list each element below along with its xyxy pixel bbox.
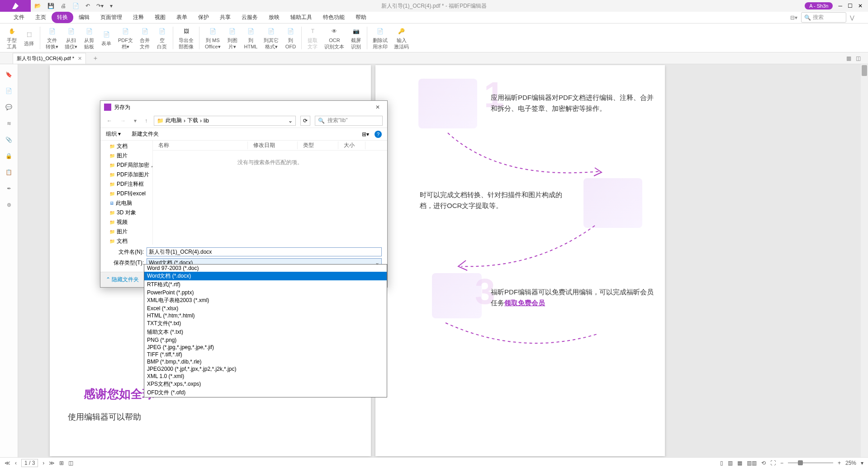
tree-node[interactable]: 📁3D 对象 (100, 208, 152, 217)
filetype-option[interactable]: Excel (*.xlsx) (144, 305, 387, 312)
tree-node[interactable]: 📁PDF注释框 (100, 180, 152, 189)
ribbon-to-html[interactable]: 📄到 HTML (242, 25, 261, 50)
filetype-dropdown[interactable]: Word 97-2003 (*.doc)Word文档 (*.docx)RTF格式… (144, 264, 387, 397)
tree-node[interactable]: 📁PDF添加图片 (100, 170, 152, 180)
tree-node[interactable]: 🖥此电脑 (100, 199, 152, 208)
zoom-out-icon[interactable]: − (780, 460, 783, 466)
col-type[interactable]: 类型 (298, 142, 338, 149)
hide-folders-toggle[interactable]: ⌃ 隐藏文件夹 (106, 276, 139, 284)
ribbon-collapse-icon[interactable]: ⋁ (850, 14, 854, 21)
menu-云服务[interactable]: 云服务 (236, 12, 263, 23)
ribbon-screenshot-ocr[interactable]: 📷截屏 识别 (348, 25, 364, 50)
zoom-slider[interactable] (788, 462, 833, 463)
refresh-icon[interactable]: ⟳ (300, 116, 310, 126)
sidebar-security-icon[interactable]: 🔒 (5, 153, 12, 159)
col-name[interactable]: 名称 (153, 142, 248, 149)
menu-视图[interactable]: 视图 (149, 12, 171, 23)
ribbon-to-ofd[interactable]: 📄到 OFD (282, 25, 299, 50)
ribbon-remove-trial-watermark[interactable]: 📄删除试 用水印 (370, 25, 390, 50)
view-mode-icon[interactable]: ⊞▾ (362, 131, 369, 137)
qat-blank-icon[interactable]: 📄 (72, 3, 79, 9)
menu-注释[interactable]: 注释 (128, 12, 149, 23)
close-icon[interactable]: ✕ (858, 3, 863, 9)
view-grid-icon[interactable]: ▦ (846, 55, 851, 61)
menu-页面管理[interactable]: 页面管理 (95, 12, 128, 23)
ribbon-form[interactable]: 📄表单 (98, 28, 114, 47)
filetype-option[interactable]: JPEG2000 (*.jpf,*.jpx,*.jp2,*.j2k,*.jpc) (144, 365, 387, 373)
filename-input[interactable] (147, 247, 382, 256)
qat-print-icon[interactable]: 🖨 (61, 3, 66, 9)
tree-node[interactable]: 📁图片 (100, 151, 152, 161)
qat-open-icon[interactable]: 📂 (34, 3, 41, 9)
next-page-icon[interactable]: › (43, 460, 44, 466)
filetype-option[interactable]: XML电子表格2003 (*.xml) (144, 296, 387, 305)
menu-保护[interactable]: 保护 (193, 12, 214, 23)
breadcrumb-seg[interactable]: lib (204, 118, 209, 124)
ribbon-activate[interactable]: 🔑输入 激活码 (391, 25, 412, 50)
rotate-icon[interactable]: ⟲ (761, 460, 766, 466)
user-badge[interactable]: A - Sh3n (805, 2, 833, 9)
view-facing-icon[interactable]: ▦ (737, 460, 742, 466)
view-continuous-icon[interactable]: ▥ (728, 460, 733, 466)
menu-文件[interactable]: 文件 (8, 12, 30, 23)
filetype-option[interactable]: 辅助文本 (*.txt) (144, 328, 387, 336)
breadcrumb-bar[interactable]: 📁 此电脑› 下载› lib ⌄ (154, 116, 296, 126)
ribbon-select[interactable]: ⬚选择 (21, 28, 37, 47)
filetype-option[interactable]: BMP (*.bmp,*.dib,*.rle) (144, 358, 387, 365)
search-box[interactable]: 🔍 搜索 (801, 12, 846, 23)
view-single-icon[interactable]: ▯ (720, 460, 723, 466)
first-page-icon[interactable]: ≪ (5, 460, 10, 466)
tree-node[interactable]: 📁图片 (100, 227, 152, 236)
zoom-dropdown-icon[interactable]: ▾ (861, 460, 863, 466)
ribbon-ocr[interactable]: 👁OCR 识别文本 (322, 25, 347, 50)
ribbon-to-other[interactable]: 📄到其它 格式▾ (261, 25, 281, 50)
filetype-option[interactable]: PowerPoint (*.pptx) (144, 289, 387, 296)
breadcrumb-dropdown-icon[interactable]: ⌄ (288, 118, 293, 124)
reading-mode-icon[interactable]: ◫ (68, 460, 73, 466)
filetype-option[interactable]: RTF格式(*.rtf) (144, 280, 387, 289)
reflow-icon[interactable]: ⊞ (59, 460, 64, 466)
nav-history-icon[interactable]: ▾ (132, 117, 138, 125)
fit-icon[interactable]: ⛶ (770, 460, 776, 466)
tree-node[interactable]: 📁文档 (100, 236, 152, 245)
dialog-titlebar[interactable]: 另存为 ✕ (100, 101, 387, 113)
qat-more-icon[interactable]: ▾ (110, 3, 113, 9)
menu-dropdown-icon[interactable]: ⊟▾ (790, 14, 797, 21)
menu-共享[interactable]: 共享 (214, 12, 236, 23)
tree-node[interactable]: 📁PDF转excel (100, 189, 152, 199)
breadcrumb-seg[interactable]: 下载 (187, 117, 198, 124)
page-indicator[interactable]: 1 / 3 (21, 459, 38, 467)
nav-up-icon[interactable]: ↑ (143, 117, 149, 125)
file-list[interactable]: 名称 修改日期 类型 大小 没有与搜索条件匹配的项。 (153, 141, 387, 245)
filetype-option[interactable]: HTML (*.htm;*.html) (144, 312, 387, 319)
tree-node[interactable]: 📁视频 (100, 217, 152, 227)
folder-tree[interactable]: 📁文档📁图片📁PDF局部加密，F📁PDF添加图片📁PDF注释框📁PDF转exce… (100, 141, 153, 245)
dialog-close-icon[interactable]: ✕ (372, 103, 384, 111)
ribbon-pdf-file[interactable]: 📄PDF文 档▾ (115, 25, 136, 50)
sidebar-layers-icon[interactable]: ≋ (7, 120, 11, 127)
sidebar-comment-icon[interactable]: 💬 (5, 104, 12, 110)
filetype-option[interactable]: Word 97-2003 (*.doc) (144, 265, 387, 272)
filetype-option[interactable]: XPS文档(*.xps,*.oxps) (144, 380, 387, 388)
ribbon-from-scanner[interactable]: 📄从扫 描仪▾ (62, 25, 80, 50)
tree-node[interactable]: 📁文档 (100, 142, 152, 151)
filetype-option[interactable]: TXT文件(*.txt) (144, 319, 387, 328)
sidebar-form-icon[interactable]: 📋 (5, 169, 12, 175)
zoom-level[interactable]: 25% (845, 460, 856, 466)
menu-辅助工具[interactable]: 辅助工具 (285, 12, 318, 23)
filetype-option[interactable]: Word文档 (*.docx) (144, 272, 387, 280)
ribbon-from-clipboard[interactable]: 📄从剪 贴板 (81, 25, 97, 50)
sidebar-bookmark-icon[interactable]: 🔖 (5, 71, 12, 78)
ribbon-to-image[interactable]: 📄到图 片▾ (224, 25, 241, 50)
qat-redo-icon[interactable]: ↷▾ (96, 3, 104, 9)
ribbon-export-all-images[interactable]: 🖼导出全 部图像 (176, 25, 196, 50)
menu-转换[interactable]: 转换 (52, 12, 73, 23)
prev-page-icon[interactable]: ‹ (15, 460, 17, 466)
breadcrumb-seg[interactable]: 此电脑 (166, 117, 182, 124)
menu-主页[interactable]: 主页 (30, 12, 52, 23)
ribbon-blank[interactable]: 📄空 白页 (154, 25, 170, 50)
menu-特色功能[interactable]: 特色功能 (318, 12, 350, 23)
qat-save-icon[interactable]: 💾 (47, 3, 54, 9)
sidebar-attach-icon[interactable]: 📎 (5, 137, 12, 143)
maximize-icon[interactable]: ☐ (848, 3, 853, 9)
